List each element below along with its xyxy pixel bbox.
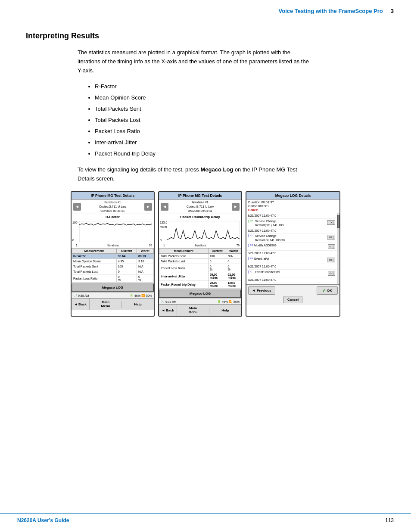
- screen2-table: Measurement Current Worst Total Packets …: [159, 248, 241, 289]
- screen2-row4-label: Inter-arrival Jitter: [159, 272, 209, 280]
- screen1-prev-arrow[interactable]: ◄: [73, 203, 81, 211]
- screen2-main-menu-btn[interactable]: MainMenu: [177, 305, 209, 316]
- screen2-help-btn[interactable]: Help: [209, 307, 241, 314]
- screen2-back-btn[interactable]: ◄ Back: [159, 307, 177, 314]
- log-arrow-left-2: | <=: [247, 234, 254, 237]
- screen2-x-start: 1: [163, 244, 165, 247]
- log-dir-4: <= |: [327, 258, 335, 262]
- megaco-log-list[interactable]: 8/21/2007 11:00:47.0 | => Service Change…: [246, 213, 337, 284]
- screen1-y-bottom: 0: [72, 239, 74, 242]
- log-entry-ts5: 8/21/2007 11:00:47.0: [246, 264, 337, 270]
- megaco-log-area: 8/21/2007 11:00:47.0 | => Service Change…: [246, 213, 339, 284]
- log-arrow-right-1: | =>: [247, 219, 254, 222]
- screen2-row-sent: Total Packets Sent 100 N/A: [159, 254, 241, 259]
- screen1-x-label: Iterations: [107, 244, 119, 247]
- screen1-back-btn[interactable]: ◄ Back: [72, 301, 89, 308]
- screen2-battery-icon: 🔋: [217, 300, 221, 303]
- log-entry-ts2: 8/21/2007 11:00:47.0: [246, 228, 337, 234]
- screen2-megaco-log-btn[interactable]: Megaco LOG: [159, 289, 241, 298]
- screen1-main-menu-btn[interactable]: MainMenu: [89, 299, 121, 310]
- screen1-signal: 50%: [146, 294, 152, 297]
- screen2-prev-arrow[interactable]: ◄: [161, 203, 168, 211]
- screen1-row-rfactor: R-Factor 90.64 60.13: [72, 254, 154, 259]
- screen2-row-jitter: Inter-arrival Jitter 59.00mSec 62.00mSec: [159, 272, 241, 280]
- screen1-y-top: 100: [72, 221, 78, 224]
- screen1-chart-title: R-Factor: [72, 214, 154, 220]
- screen2-back-label: Back: [166, 308, 174, 312]
- screen2-row4-worst: 62.00mSec: [226, 272, 241, 280]
- screen1-next-arrow[interactable]: ►: [144, 203, 152, 211]
- megaco-btn-row2: Cancel: [248, 296, 338, 303]
- log-content-2: Service Change Restart ok 141.183.30....: [254, 234, 326, 242]
- intro-text: The statistics measured are plotted in a…: [78, 48, 310, 75]
- screen2-y-top: 125.0: [160, 221, 168, 224]
- previous-btn[interactable]: ◄ Previous: [248, 286, 275, 295]
- screen1-row4-current: 0: [116, 269, 137, 274]
- screen2-date: 9/9/2008 09:31:31: [187, 209, 214, 213]
- screen2-x-label: Iterations: [195, 244, 206, 247]
- battery-icon: 🔋: [130, 294, 134, 297]
- screen1-time: 9:35 AM: [78, 294, 89, 297]
- screen1-table: Measurement Current Worst R-Factor 90.64…: [72, 248, 154, 283]
- megaco-details-title: Megaco LOG Details: [246, 192, 339, 199]
- log-entry-6: | => Reply: Modify => |: [246, 283, 337, 284]
- screen2-iteration: Iterations #1: [187, 200, 214, 205]
- ok-btn[interactable]: ✓ OK: [317, 286, 338, 295]
- screen2-chart-svg: [167, 221, 240, 242]
- signal-icon: 📶: [141, 294, 145, 297]
- ok-label: OK: [327, 289, 332, 292]
- screen1-row2-worst: 3.10: [137, 259, 153, 264]
- megaco-log-bold: Megaco Log: [200, 166, 233, 173]
- screen2-battery: 46%: [222, 300, 228, 303]
- screen1-battery: 46%: [134, 294, 140, 297]
- megaco-details-panel: Megaco LOG Details Duration:00:01:37 Cal…: [246, 191, 340, 317]
- screen2-row2-label: Total Packets Lost: [159, 259, 209, 264]
- screen1-chart-svg: [79, 221, 152, 242]
- screen1-row5-label: Packet Loss Ratio: [72, 274, 117, 283]
- signaling-text: To view the signaling log details of the…: [78, 165, 310, 184]
- log-content-5: Event: tonedet/std: [255, 270, 327, 274]
- page-header: Voice Testing with the FrameScope Pro 3: [0, 0, 411, 19]
- log-arrow-left-4: | <<: [247, 257, 254, 260]
- screen2-row3-current: 0%: [208, 264, 226, 272]
- screen2-signal: 50%: [234, 300, 240, 303]
- screen1-help-btn[interactable]: Help: [121, 301, 154, 308]
- screen1-row1-worst: 60.13: [137, 254, 153, 259]
- megaco-scrollbar[interactable]: [337, 213, 339, 284]
- screen2-battery-icons: 🔋 46% 📶 50%: [217, 300, 240, 303]
- screen1-row4-label: Total Packets Lost: [72, 269, 117, 274]
- screenshots-row: IP Phone MG Test Details ◄ Iterations #1…: [26, 191, 385, 317]
- log-dir-2: <= |: [327, 235, 335, 240]
- log-arrow-left-5: | <--: [247, 270, 255, 273]
- screen2-row-plr: Packet Loss Ratio 0% 0%: [159, 264, 241, 272]
- log-dir-1: => |: [327, 220, 335, 225]
- log-entry-ts1: 8/21/2007 11:00:47.0: [246, 213, 337, 219]
- back-arrow-icon: ◄: [74, 302, 78, 306]
- bullet-item-3: Total Packets Sent: [95, 103, 385, 115]
- megaco-bottom-area: ◄ Previous ✓ OK Cancel: [246, 284, 339, 305]
- section-title: Interpreting Results: [26, 31, 385, 40]
- megaco-callee: Callee:001001: [248, 204, 338, 208]
- screen1-x-end: 76: [149, 244, 152, 247]
- screen2-status-bar: 🕐 9:37 AM 🔋 46% 📶 50%: [159, 299, 241, 304]
- bullet-item-6: Inter-arrival Jitter: [95, 137, 385, 148]
- screen2-x-end: 76: [237, 244, 240, 247]
- screen2-row1-worst: N/A: [226, 254, 241, 259]
- screen2-signal-icon: 📶: [229, 300, 233, 303]
- screen1-date: 9/9/2008 09:31:31: [99, 209, 126, 213]
- screen2-codec: Codec:G.711 U Law: [187, 205, 214, 209]
- log-entry-5: | <-- Event: tonedet/std <- |: [246, 270, 337, 277]
- screen1-row2-label: Mean Opinion Score: [72, 259, 117, 264]
- megaco-info: Duration:00:01:37 Callee:001001 Caller:: [246, 199, 339, 213]
- screen1-codec: Codec:G.711 U Law: [99, 205, 126, 209]
- screen2-row5-worst: 125.0mSec: [226, 280, 241, 289]
- screen1-row5-current: 0%: [116, 274, 137, 283]
- signaling-text-before: To view the signaling log details of the…: [78, 166, 200, 173]
- screen1-row-lost: Total Packets Lost 0 N/A: [72, 269, 154, 274]
- cancel-btn[interactable]: Cancel: [283, 296, 302, 303]
- screen1-battery-icons: 🔋 46% 📶 50%: [130, 294, 152, 297]
- screen1-x-start: 1: [76, 244, 78, 247]
- screen1-megaco-log-btn[interactable]: Megaco LOG: [72, 283, 154, 292]
- screen2-next-arrow[interactable]: ►: [232, 203, 240, 211]
- log-dir-3: <- |: [328, 244, 335, 249]
